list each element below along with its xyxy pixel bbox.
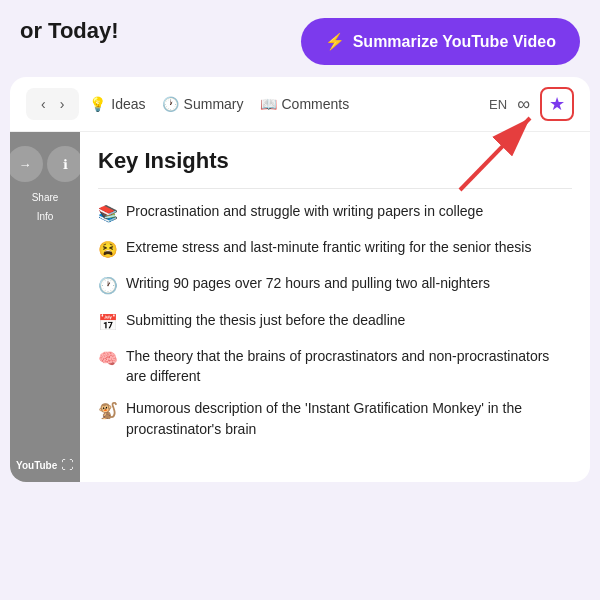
insight-item-5: 🧠 The theory that the brains of procrast…	[98, 346, 572, 387]
bolt-icon: ⚡	[325, 32, 345, 51]
insight-text-2: Extreme stress and last-minute frantic w…	[126, 237, 531, 257]
youtube-label: YouTube	[16, 460, 57, 471]
insight-emoji-3: 🕐	[98, 274, 118, 297]
insight-emoji-4: 📅	[98, 311, 118, 334]
insight-text-4: Submitting the thesis just before the de…	[126, 310, 405, 330]
page-title: or Today!	[20, 18, 119, 44]
language-label[interactable]: EN	[489, 97, 507, 112]
tab-summary[interactable]: 🕐 Summary	[162, 96, 244, 112]
insight-emoji-5: 🧠	[98, 347, 118, 370]
insight-item-2: 😫 Extreme stress and last-minute frantic…	[98, 237, 572, 261]
forward-button[interactable]: ›	[55, 94, 70, 114]
insight-text-1: Procrastination and struggle with writin…	[126, 201, 483, 221]
insight-item-1: 📚 Procrastination and struggle with writ…	[98, 201, 572, 225]
video-panel: → ℹ Share Info YouTube ⛶	[10, 132, 80, 482]
insights-title: Key Insights	[98, 148, 572, 174]
content-area: → ℹ Share Info YouTube ⛶ Key Insights 📚 …	[10, 132, 590, 482]
nav-back-forward: ‹ ›	[26, 88, 79, 120]
insight-emoji-6: 🐒	[98, 399, 118, 422]
tab-ideas-label: Ideas	[111, 96, 145, 112]
fullscreen-icon[interactable]: ⛶	[61, 458, 73, 472]
ideas-icon: 💡	[89, 96, 106, 112]
insight-item-3: 🕐 Writing 90 pages over 72 hours and pul…	[98, 273, 572, 297]
back-button[interactable]: ‹	[36, 94, 51, 114]
divider	[98, 188, 572, 189]
insight-text-6: Humorous description of the 'Instant Gra…	[126, 398, 572, 439]
summarize-label: Summarize YouTube Video	[353, 33, 556, 51]
summary-icon: 🕐	[162, 96, 179, 112]
arrow-left-panel[interactable]: →	[10, 146, 43, 182]
summarize-button[interactable]: ⚡ Summarize YouTube Video	[301, 18, 580, 65]
insight-item-6: 🐒 Humorous description of the 'Instant G…	[98, 398, 572, 439]
star-icon: ★	[549, 93, 565, 115]
info-panel-icon[interactable]: ℹ	[47, 146, 83, 182]
tab-comments-label: Comments	[282, 96, 350, 112]
insights-panel: Key Insights 📚 Procrastination and strug…	[80, 132, 590, 482]
insight-emoji-1: 📚	[98, 202, 118, 225]
insight-item-4: 📅 Submitting the thesis just before the …	[98, 310, 572, 334]
infinity-icon[interactable]: ∞	[517, 94, 530, 115]
share-label: Share	[32, 192, 59, 203]
insight-emoji-2: 😫	[98, 238, 118, 261]
tab-comments[interactable]: 📖 Comments	[260, 96, 350, 112]
star-button[interactable]: ★	[540, 87, 574, 121]
insight-text-5: The theory that the brains of procrastin…	[126, 346, 572, 387]
info-label: Info	[37, 211, 54, 222]
youtube-watermark: YouTube ⛶	[16, 458, 73, 472]
tabs: 💡 Ideas 🕐 Summary 📖 Comments	[89, 96, 489, 112]
nav-row: ‹ › 💡 Ideas 🕐 Summary 📖 Comments EN ∞ ★	[10, 77, 590, 132]
tab-ideas[interactable]: 💡 Ideas	[89, 96, 145, 112]
main-card: ‹ › 💡 Ideas 🕐 Summary 📖 Comments EN ∞ ★	[10, 77, 590, 482]
comments-icon: 📖	[260, 96, 277, 112]
tab-summary-label: Summary	[184, 96, 244, 112]
tab-actions: EN ∞ ★	[489, 87, 574, 121]
insight-text-3: Writing 90 pages over 72 hours and pulli…	[126, 273, 490, 293]
top-bar: or Today! ⚡ Summarize YouTube Video	[0, 0, 600, 77]
